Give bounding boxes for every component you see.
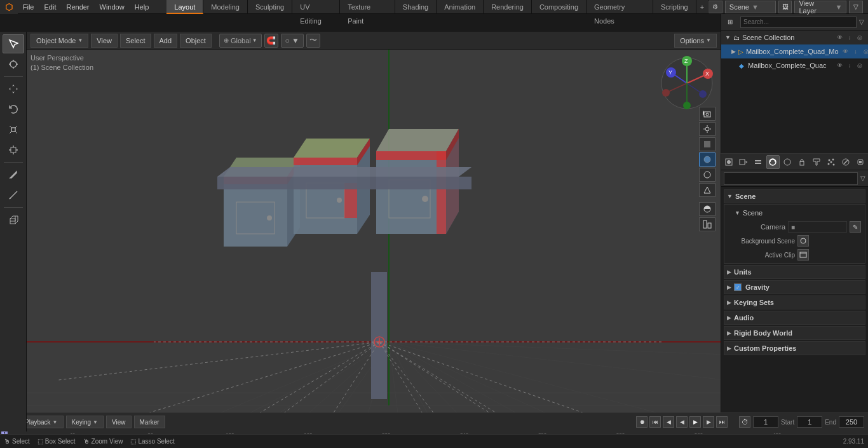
props-constraints-icon[interactable]	[853, 155, 867, 169]
item2-select-icon[interactable]: ↓	[845, 61, 854, 70]
tab-sculpting[interactable]: Sculpting	[248, 0, 292, 14]
select-menu[interactable]: Select	[120, 34, 151, 48]
outliner-eye-icon[interactable]: 👁	[835, 33, 844, 42]
props-filter-icon[interactable]: ▽	[860, 175, 865, 182]
tab-scripting[interactable]: Scripting	[653, 0, 696, 14]
camera-field-value[interactable]: ■	[788, 221, 847, 233]
view-layer-icon-btn[interactable]: 🖼	[778, 1, 792, 13]
tab-add[interactable]: +	[696, 0, 709, 14]
menu-edit[interactable]: Edit	[39, 0, 61, 14]
active-clip-value-icon[interactable]	[797, 249, 809, 261]
scene-selector[interactable]: Scene ▼	[725, 1, 776, 13]
jump-start-btn[interactable]: ⏮	[649, 416, 661, 428]
start-frame-input[interactable]: 1	[797, 416, 822, 428]
tool-move[interactable]	[3, 79, 24, 98]
menu-render[interactable]: Render	[61, 0, 94, 14]
tab-compositing[interactable]: Compositing	[532, 0, 587, 14]
outliner-filter-btn[interactable]: ▽	[859, 18, 864, 25]
props-view-layer-icon[interactable]	[752, 155, 765, 169]
props-world-icon[interactable]	[781, 155, 794, 169]
props-custom-header[interactable]: ▶ Custom Properties	[724, 341, 865, 355]
props-object-icon[interactable]	[796, 155, 809, 169]
camera-edit-icon[interactable]: ✎	[850, 221, 861, 233]
tool-rotate[interactable]	[3, 100, 24, 119]
outliner-hide-icon[interactable]: ◎	[855, 33, 864, 42]
props-particles-icon[interactable]	[824, 155, 837, 169]
view-menu[interactable]: View	[91, 34, 118, 48]
props-units-header[interactable]: ▶ Units	[724, 265, 865, 279]
graph-btn[interactable]: 〜	[306, 34, 320, 48]
outliner-scene-collection[interactable]: ▼ 🗂 Scene Collection 👁 ↓ ◎	[721, 31, 868, 44]
props-audio-header[interactable]: ▶ Audio	[724, 311, 865, 325]
props-physics-icon[interactable]	[839, 155, 852, 169]
props-keying-header[interactable]: ▶ Keying Sets	[724, 295, 865, 309]
view-layer-selector[interactable]: View Layer ▼	[794, 1, 846, 13]
object-mode-selector[interactable]: Object Mode ▼	[31, 34, 88, 48]
props-scene-sub-header[interactable]: ▼ Scene	[724, 206, 865, 220]
props-modifier-icon[interactable]	[810, 155, 823, 169]
object-menu[interactable]: Object	[180, 34, 212, 48]
tab-uv-editing[interactable]: UV Editing	[292, 0, 340, 14]
tab-texture-paint[interactable]: Texture Paint	[340, 0, 395, 14]
props-scene-icon[interactable]	[766, 155, 780, 169]
viewport-overlay-btn[interactable]	[699, 202, 715, 216]
viewport-render-mode-4[interactable]	[699, 183, 715, 197]
options-btn[interactable]: Options ▼	[674, 34, 717, 48]
tab-layout[interactable]: Layout	[166, 0, 203, 14]
timeline-keying-btn[interactable]: Keying ▼	[66, 416, 104, 428]
viewport-gizmo-btn[interactable]	[699, 217, 715, 231]
props-gravity-header[interactable]: ▶ ✓ Gravity	[724, 280, 865, 294]
step-forward-btn[interactable]: ▶	[703, 416, 714, 428]
viewport-render-mode-2[interactable]	[699, 153, 715, 166]
main-viewport[interactable]: User Perspective (1) Scene Collection X …	[27, 50, 721, 412]
props-search-input[interactable]	[724, 172, 858, 185]
outliner-select-icon[interactable]: ↓	[845, 33, 854, 42]
tool-select[interactable]	[3, 34, 24, 53]
jump-end-btn[interactable]: ⏭	[716, 416, 728, 428]
end-frame-input[interactable]: 250	[839, 416, 864, 428]
item2-hide-icon[interactable]: ◎	[855, 61, 864, 70]
props-render-icon[interactable]	[722, 155, 736, 169]
outliner-item-mailbox-1[interactable]: ▶ ▷ Mailbox_Complete_Quad_Mo 👁 ↓ ◎	[721, 44, 868, 58]
viewport-render-mode-1[interactable]	[699, 137, 715, 151]
tool-scale[interactable]	[3, 120, 24, 139]
play-reverse-btn[interactable]: ◀	[676, 416, 688, 428]
current-frame-input[interactable]: 1	[753, 416, 778, 428]
outliner-search-input[interactable]	[740, 17, 857, 28]
props-output-icon[interactable]	[737, 155, 750, 169]
tool-measure[interactable]	[3, 186, 24, 205]
record-btn[interactable]: ⏺	[636, 416, 648, 428]
outliner-mode-icon[interactable]: ⊞	[725, 17, 735, 27]
item1-hide-icon[interactable]: ◎	[862, 47, 868, 56]
tool-cursor[interactable]	[3, 55, 24, 74]
play-btn[interactable]: ▶	[689, 416, 701, 428]
timeline-marker-btn[interactable]: Marker	[134, 416, 165, 428]
tab-shading[interactable]: Shading	[395, 0, 437, 14]
menu-window[interactable]: Window	[95, 0, 130, 14]
tab-modeling[interactable]: Modeling	[203, 0, 248, 14]
scene-icon-btn[interactable]: ⚙	[709, 1, 722, 13]
tab-rendering[interactable]: Rendering	[484, 0, 532, 14]
filter-icon-btn[interactable]: ▽	[849, 1, 863, 13]
item1-eye-icon[interactable]: 👁	[841, 47, 850, 56]
timeline-view-btn[interactable]: View	[106, 416, 132, 428]
gravity-checkbox[interactable]: ✓	[734, 283, 742, 291]
add-menu[interactable]: Add	[154, 34, 178, 48]
item1-select-icon[interactable]: ↓	[851, 47, 860, 56]
tab-animation[interactable]: Animation	[437, 0, 484, 14]
item2-eye-icon[interactable]: 👁	[835, 61, 844, 70]
snap-btn[interactable]: 🧲	[264, 34, 278, 48]
menu-file[interactable]: File	[18, 0, 39, 14]
tab-geometry-nodes[interactable]: Geometry Nodes	[587, 0, 653, 14]
tool-add-cube[interactable]	[3, 210, 24, 229]
navigation-gizmo[interactable]: X Y Z	[658, 55, 715, 112]
proportional-btn[interactable]: ○ ▼	[281, 34, 304, 48]
viewport-camera-icon[interactable]	[699, 107, 715, 121]
menu-help[interactable]: Help	[130, 0, 154, 14]
props-scene-header[interactable]: ▼ Scene	[724, 189, 865, 203]
transform-orientation-btn[interactable]: ⊕ Global ▼	[219, 34, 262, 48]
outliner-item-mailbox-2[interactable]: ◆ Mailbox_Complete_Quac 👁 ↓ ◎	[721, 58, 868, 72]
props-rigid-body-header[interactable]: ▶ Rigid Body World	[724, 326, 865, 340]
tool-annotate[interactable]	[3, 165, 24, 184]
step-back-btn[interactable]: ◀	[663, 416, 674, 428]
